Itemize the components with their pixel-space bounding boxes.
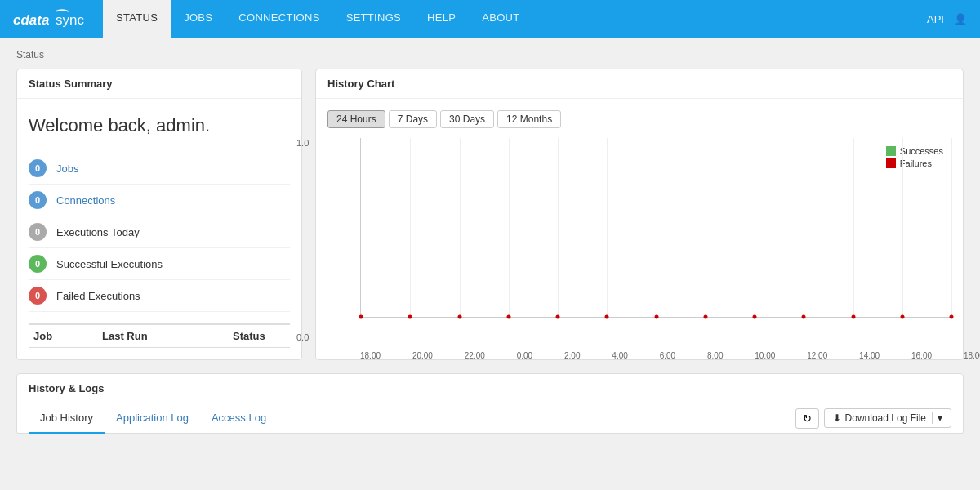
chart-grid-line [460, 138, 461, 317]
history-chart-card: History Chart 24 Hours 7 Days 30 Days 12… [315, 69, 964, 360]
api-link[interactable]: API [927, 13, 944, 25]
table-header: Job Last Run Status [29, 323, 290, 348]
chart-btn-24h[interactable]: 24 Hours [327, 110, 385, 128]
navbar: cdata sync STATUS JOBS CONNECTIONS SETTI… [0, 0, 980, 38]
badge-connections: 0 [29, 191, 47, 209]
chart-grid-line [657, 138, 657, 317]
chart-btn-30d[interactable]: 30 Days [440, 110, 494, 128]
stat-row-failed: 0 Failed Executions [29, 280, 290, 312]
x-label: 8:00 [707, 351, 723, 360]
legend-label-failures: Failures [900, 158, 932, 168]
nav-right: API 👤 [927, 13, 967, 25]
x-label: 10:00 [755, 351, 775, 360]
data-dot [753, 315, 757, 319]
data-dot [359, 315, 363, 319]
tab-application-log[interactable]: Application Log [105, 403, 200, 434]
chart-controls: 24 Hours 7 Days 30 Days 12 Months [327, 110, 951, 128]
chart-grid-line [509, 138, 510, 317]
user-icon[interactable]: 👤 [954, 13, 967, 25]
x-label: 4:00 [612, 351, 627, 360]
brand-logo: cdata sync [13, 7, 87, 31]
chart-grid-line [755, 138, 755, 317]
x-label: 22:00 [465, 351, 485, 360]
chart-grid-line [558, 138, 559, 317]
y-label-top: 1.0 [296, 138, 309, 148]
x-label: 20:00 [412, 351, 433, 360]
caret-icon: ▾ [932, 412, 942, 424]
nav-settings[interactable]: SETTINGS [333, 0, 414, 38]
data-dot [654, 315, 658, 319]
x-labels: 18:0020:0022:000:002:004:006:008:0010:00… [360, 351, 980, 360]
history-chart-body: 24 Hours 7 Days 30 Days 12 Months 1.0 0.… [316, 99, 963, 354]
data-dot [506, 315, 510, 319]
th-last-run: Last Run [102, 330, 233, 342]
x-label: 14:00 [859, 351, 880, 360]
stat-label-successful: Successful Executions [56, 258, 163, 270]
th-job: Job [29, 330, 102, 342]
breadcrumb: Status [16, 49, 964, 60]
badge-jobs: 0 [29, 159, 47, 177]
status-summary-body: Welcome back, admin. 0 Jobs 0 Connection… [17, 99, 301, 359]
stat-label-executions: Executions Today [56, 226, 140, 238]
chart-area: 1.0 0.0 Successes Failures [327, 138, 951, 342]
data-dot [950, 315, 954, 319]
refresh-button[interactable]: ↻ [795, 408, 819, 429]
data-dot [851, 315, 855, 319]
nav-help[interactable]: HELP [414, 0, 469, 38]
download-label: Download Log File [845, 412, 926, 424]
chart-grid-line [410, 138, 411, 317]
legend-failures: Failures [886, 158, 943, 168]
chart-legend: Successes Failures [886, 146, 943, 171]
chart-btn-12m[interactable]: 12 Months [497, 110, 561, 128]
content-row: Status Summary Welcome back, admin. 0 Jo… [16, 69, 964, 360]
badge-executions: 0 [29, 223, 47, 241]
chart-inner: Successes Failures [360, 138, 951, 318]
tab-actions: ↻ ⬇ Download Log File ▾ [795, 408, 951, 429]
chart-grid-line [902, 138, 903, 317]
nav-about[interactable]: ABOUT [469, 0, 532, 38]
stat-label-connections[interactable]: Connections [56, 194, 115, 207]
data-dot [556, 315, 560, 319]
badge-successful: 0 [29, 255, 47, 273]
status-summary-header: Status Summary [17, 69, 301, 99]
data-dot [703, 315, 707, 319]
chart-grid-line [853, 138, 854, 317]
legend-box-red [886, 158, 896, 168]
x-label: 2:00 [564, 351, 580, 360]
svg-text:cdata: cdata [13, 12, 49, 28]
brand-svg: cdata sync [13, 7, 87, 31]
stat-row-jobs: 0 Jobs [29, 153, 290, 185]
welcome-text: Welcome back, admin. [29, 115, 290, 136]
x-label: 12:00 [807, 351, 827, 360]
download-icon: ⬇ [833, 412, 841, 424]
y-label-bottom: 0.0 [296, 332, 309, 342]
data-dot [900, 315, 904, 319]
x-label: 18:00 [360, 351, 381, 360]
nav-connections[interactable]: CONNECTIONS [225, 0, 332, 38]
stat-label-jobs[interactable]: Jobs [56, 163, 78, 175]
download-log-button[interactable]: ⬇ Download Log File ▾ [824, 408, 951, 428]
nav-jobs[interactable]: JOBS [171, 0, 225, 38]
history-logs-card: History & Logs Job History Application L… [16, 373, 964, 434]
data-dot [408, 315, 412, 319]
page: Status Status Summary Welcome back, admi… [0, 38, 980, 446]
history-chart-header: History Chart [316, 69, 963, 99]
x-label: 6:00 [660, 351, 675, 360]
x-label: 16:00 [911, 351, 932, 360]
chart-btn-7d[interactable]: 7 Days [389, 110, 437, 128]
status-summary-card: Status Summary Welcome back, admin. 0 Jo… [16, 69, 302, 360]
tab-access-log[interactable]: Access Log [200, 403, 278, 434]
bottom-row: History & Logs Job History Application L… [16, 373, 964, 434]
data-dot [802, 315, 806, 319]
legend-label-successes: Successes [900, 146, 943, 156]
stat-row-successful: 0 Successful Executions [29, 248, 290, 280]
tab-job-history[interactable]: Job History [29, 403, 105, 434]
svg-text:sync: sync [56, 12, 84, 28]
nav-status[interactable]: STATUS [103, 0, 171, 38]
stat-row-executions: 0 Executions Today [29, 216, 290, 248]
chart-grid-line [607, 138, 608, 317]
legend-successes: Successes [886, 146, 943, 156]
chart-grid-line [706, 138, 706, 317]
stat-label-failed: Failed Executions [56, 290, 140, 302]
chart-grid-line [951, 138, 952, 317]
